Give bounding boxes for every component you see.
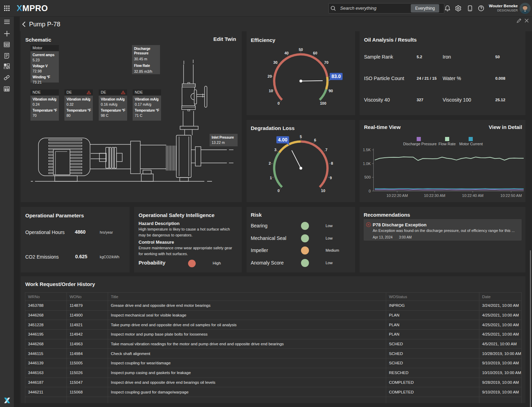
- svg-text:10:22:20 AM: 10:22:20 AM: [387, 193, 408, 198]
- svg-text:10:22:30 AM: 10:22:30 AM: [424, 193, 445, 198]
- svg-text:50: 50: [299, 47, 303, 52]
- svg-text:0: 0: [277, 189, 280, 193]
- svg-text:60: 60: [313, 51, 317, 55]
- svg-text:30: 30: [273, 60, 277, 64]
- svg-text:2: 2: [269, 161, 271, 165]
- svg-text:500: 500: [364, 175, 371, 179]
- svg-text:0: 0: [277, 101, 280, 105]
- svg-text:5: 5: [300, 135, 302, 139]
- svg-text:7: 7: [325, 148, 327, 152]
- svg-text:40: 40: [284, 51, 289, 55]
- svg-text:10:22:50 AM: 10:22:50 AM: [500, 193, 522, 198]
- svg-text:1: 1: [270, 176, 272, 180]
- svg-text:1.5K: 1.5K: [363, 148, 371, 152]
- svg-text:70: 70: [324, 60, 328, 64]
- svg-text:6: 6: [314, 138, 316, 142]
- svg-text:1.0K: 1.0K: [363, 162, 371, 166]
- svg-text:8: 8: [331, 161, 333, 165]
- svg-text:10: 10: [269, 89, 273, 93]
- svg-text:90: 90: [329, 89, 333, 93]
- svg-text:9: 9: [330, 176, 332, 180]
- svg-text:4.00: 4.00: [278, 137, 287, 142]
- svg-text:20: 20: [268, 74, 272, 78]
- svg-text:83.0: 83.0: [331, 73, 341, 79]
- svg-text:3: 3: [274, 148, 276, 152]
- svg-text:10:22:40 AM: 10:22:40 AM: [462, 193, 484, 198]
- svg-text:100: 100: [320, 101, 326, 105]
- svg-text:0: 0: [369, 189, 371, 193]
- svg-text:10: 10: [321, 189, 325, 193]
